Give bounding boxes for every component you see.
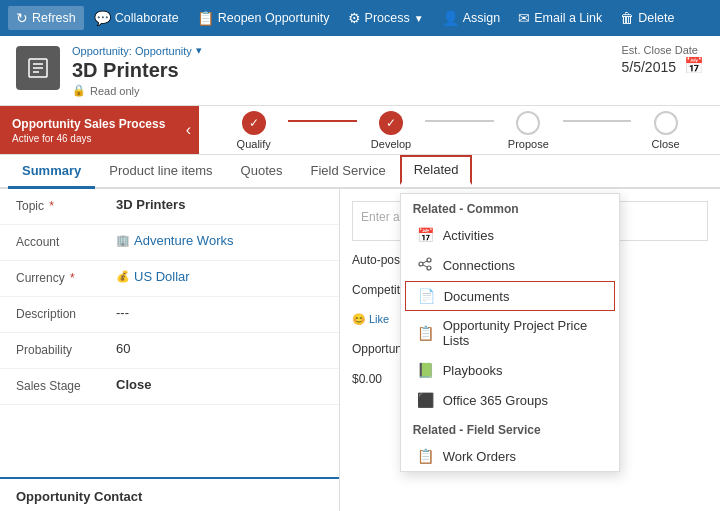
like-button[interactable]: 😊 Like [352, 311, 389, 328]
activities-icon: 📅 [417, 227, 433, 243]
step-close-circle [654, 111, 678, 135]
price-lists-item[interactable]: 📋 Opportunity Project Price Lists [401, 311, 619, 355]
step-propose-circle [516, 111, 540, 135]
record-title: 3D Printers [72, 59, 202, 82]
related-tab-wrapper: Related Related - Common 📅 Activities Co… [400, 155, 473, 187]
record-header: Opportunity: Opportunity ▾ 3D Printers 🔒… [0, 36, 720, 106]
close-date-value: 5/5/2015 [622, 59, 677, 75]
probability-value: 60 [116, 341, 323, 356]
step-develop: ✓ Develop [357, 111, 426, 150]
process-icon: ⚙ [348, 10, 361, 26]
refresh-button[interactable]: ↻ Refresh [8, 6, 84, 30]
tabs-bar: Summary Product line items Quotes Field … [0, 155, 720, 189]
readonly-indicator: 🔒 Read only [72, 84, 202, 97]
related-tab[interactable]: Related [400, 155, 473, 185]
svg-line-8 [423, 265, 427, 267]
documents-icon: 📄 [418, 288, 434, 304]
related-dropdown: Related - Common 📅 Activities Connection… [400, 193, 620, 472]
product-line-items-tab[interactable]: Product line items [95, 155, 226, 189]
avatar [16, 46, 60, 90]
chevron-down-icon: ▾ [196, 44, 202, 57]
work-orders-item[interactable]: 📋 Work Orders [401, 441, 619, 471]
reopen-opportunity-button[interactable]: 📋 Reopen Opportunity [189, 6, 338, 30]
step-qualify: ✓ Qualify [219, 111, 288, 150]
form-row-probability: Probability 60 [0, 333, 339, 369]
email-icon: ✉ [518, 10, 530, 26]
activities-item[interactable]: 📅 Activities [401, 220, 619, 250]
process-label: Opportunity Sales Process Active for 46 … [0, 106, 177, 154]
step-propose: Propose [494, 111, 563, 150]
topic-value: 3D Printers [116, 197, 323, 212]
currency-value[interactable]: 💰 US Dollar [116, 269, 323, 284]
lock-icon: 🔒 [72, 84, 86, 97]
form-row-currency: Currency * 💰 US Dollar [0, 261, 339, 297]
process-nav-left[interactable]: ‹ [177, 106, 199, 154]
office365-item[interactable]: ⬛ Office 365 Groups [401, 385, 619, 415]
playbooks-icon: 📗 [417, 362, 433, 378]
refresh-icon: ↻ [16, 10, 28, 26]
related-field-service-header: Related - Field Service [401, 415, 619, 441]
svg-point-5 [427, 258, 431, 262]
playbooks-item[interactable]: 📗 Playbooks [401, 355, 619, 385]
delete-icon: 🗑 [620, 10, 634, 26]
field-service-tab[interactable]: Field Service [297, 155, 400, 189]
office365-icon: ⬛ [417, 392, 433, 408]
price-lists-icon: 📋 [417, 325, 433, 341]
form-row-topic: Topic * 3D Printers [0, 189, 339, 225]
step-close: Close [631, 111, 700, 150]
email-link-button[interactable]: ✉ Email a Link [510, 6, 610, 30]
collaborate-button[interactable]: 💬 Collaborate [86, 6, 187, 30]
close-date-section: Est. Close Date 5/5/2015 📅 [622, 44, 705, 75]
summary-tab[interactable]: Summary [8, 155, 95, 189]
connections-item[interactable]: Connections [401, 250, 619, 281]
assign-button[interactable]: 👤 Assign [434, 6, 509, 30]
breadcrumb: Opportunity: Opportunity ▾ [72, 44, 202, 57]
account-value[interactable]: 🏢 Adventure Works [116, 233, 323, 248]
account-link-icon: 🏢 [116, 234, 130, 247]
form-panel: Topic * 3D Printers Account 🏢 Adventure … [0, 189, 340, 511]
form-row-description: Description --- [0, 297, 339, 333]
collaborate-icon: 💬 [94, 10, 111, 26]
assign-icon: 👤 [442, 10, 459, 26]
delete-button[interactable]: 🗑 Delete [612, 6, 682, 30]
connections-icon [417, 257, 433, 274]
process-steps: ✓ Qualify ✓ Develop Propose Close [199, 111, 720, 150]
svg-point-6 [427, 266, 431, 270]
description-value: --- [116, 305, 323, 320]
svg-point-4 [419, 262, 423, 266]
documents-item[interactable]: 📄 Documents [405, 281, 615, 311]
process-button[interactable]: ⚙ Process ▼ [340, 6, 432, 30]
sales-stage-value: Close [116, 377, 323, 392]
opportunity-contact-section: Opportunity Contact [0, 477, 339, 511]
related-common-header: Related - Common [401, 194, 619, 220]
reopen-icon: 📋 [197, 10, 214, 26]
currency-link-icon: 💰 [116, 270, 130, 283]
form-row-account: Account 🏢 Adventure Works [0, 225, 339, 261]
work-orders-icon: 📋 [417, 448, 433, 464]
svg-line-7 [423, 261, 427, 263]
toolbar: ↻ Refresh 💬 Collaborate 📋 Reopen Opportu… [0, 0, 720, 36]
form-row-sales-stage: Sales Stage Close [0, 369, 339, 405]
step-develop-circle: ✓ [379, 111, 403, 135]
process-bar: Opportunity Sales Process Active for 46 … [0, 106, 720, 155]
step-qualify-circle: ✓ [242, 111, 266, 135]
calendar-icon[interactable]: 📅 [684, 56, 704, 75]
quotes-tab[interactable]: Quotes [227, 155, 297, 189]
chevron-down-icon: ▼ [414, 13, 424, 24]
